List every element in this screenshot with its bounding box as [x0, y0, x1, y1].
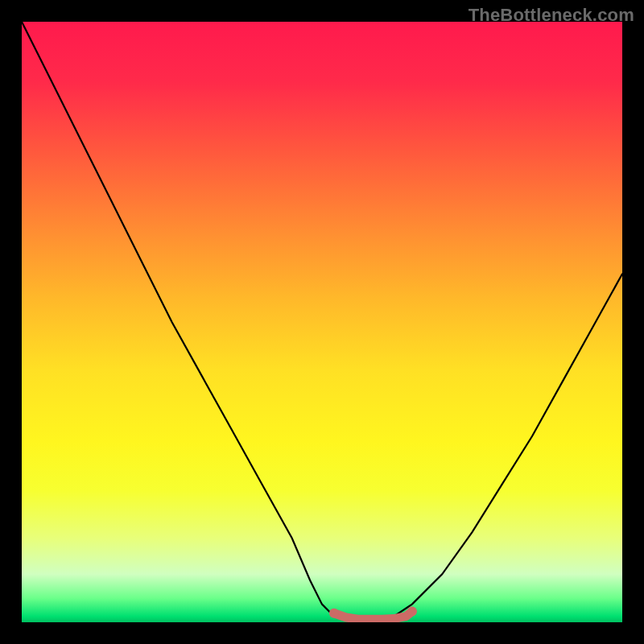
chart-svg	[22, 22, 622, 622]
plot-area	[22, 22, 622, 622]
optimal-zone-start-marker	[329, 609, 339, 618]
chart-frame: TheBottleneck.com	[0, 0, 644, 644]
bottleneck-curve-line	[22, 22, 622, 622]
optimal-zone-end-marker	[407, 607, 417, 617]
watermark-text: TheBottleneck.com	[469, 5, 634, 26]
